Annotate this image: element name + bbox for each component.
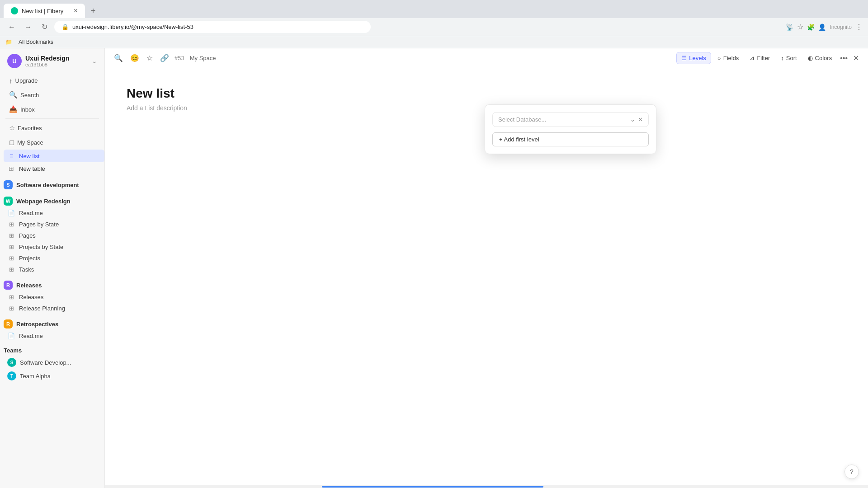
scroll-thumb [322,486,543,488]
star-toolbar-icon[interactable]: ☆ [145,52,155,64]
add-level-label: + Add first level [499,136,539,143]
inbox-button[interactable]: 📥 Inbox [4,102,101,117]
bookmarks-bar: 📁 All Bookmarks [0,36,868,48]
teams-section-header[interactable]: Teams [0,343,104,356]
doc-icon: 📄 [7,210,15,216]
link-toolbar-icon[interactable]: 🔗 [158,52,171,64]
back-button[interactable]: ← [5,23,18,31]
sort-button[interactable]: ↕ Sort [776,52,801,64]
browser-chrome: New list | Fibery × + ← → ↻ 🔒 uxui-redes… [0,0,868,48]
table-icon-4: ⊞ [7,266,15,273]
active-tab[interactable]: New list | Fibery × [4,4,85,18]
levels-popup: Select Database... ⌄ ✕ + Add first level [485,104,656,154]
sidebar-item-tasks[interactable]: ⊞ Tasks [4,264,104,275]
tab-favicon [11,7,18,14]
toolbar: 🔍 😊 ☆ 🔗 #53 My Space ☰ Levels ○ Fields [105,48,868,68]
team-software-develop[interactable]: S Software Develop... [0,356,104,369]
sidebar-item-new-table[interactable]: ⊞ New table [4,162,104,175]
profile-icon[interactable]: 👤 [818,23,826,31]
database-select[interactable]: Select Database... ⌄ ✕ [492,112,649,127]
cast-icon: 📡 [786,23,793,31]
fields-icon: ○ [717,55,721,61]
webpage-redesign-icon: W [4,197,13,206]
space-releases[interactable]: R Releases [0,277,104,291]
bookmark-star-icon[interactable]: ☆ [797,23,803,31]
retrospectives-icon: R [4,319,13,328]
table-icon: ⊞ [7,165,15,172]
bottom-scrollbar[interactable] [105,485,868,488]
star-icon: ☆ [9,124,15,132]
team-alpha[interactable]: T Team Alpha [0,369,104,383]
sidebar-item-pages[interactable]: ⊞ Pages [4,230,104,241]
inbox-icon: 📥 [9,105,18,113]
workspace-header[interactable]: U Uxui Redesign ea131bb8 ⌄ [0,48,104,74]
levels-button[interactable]: ☰ Levels [676,52,711,64]
search-icon: 🔍 [9,91,18,99]
page-title: New list [127,86,846,101]
tab-bar: New list | Fibery × + [0,0,868,18]
levels-icon: ☰ [681,55,687,61]
popup-select-icons: ⌄ ✕ [630,116,643,123]
sidebar-item-projects[interactable]: ⊞ Projects [4,253,104,264]
space-software-dev[interactable]: S Software development [0,177,104,191]
sidebar-item-release-planning[interactable]: ⊞ Release Planning [4,303,104,314]
forward-button[interactable]: → [22,23,34,31]
popup-close-icon[interactable]: ✕ [638,116,643,123]
help-button[interactable]: ? [844,465,859,479]
board-icon-2: ⊞ [7,244,15,250]
releases-items: ⊞ Releases ⊞ Release Planning [0,291,104,314]
workspace-subtitle: ea131bb8 [25,62,92,67]
space-webpage-redesign[interactable]: W Webpage Redesign [0,193,104,207]
sidebar-item-retro-readme[interactable]: 📄 Read.me [4,330,104,342]
add-first-level-button[interactable]: + Add first level [492,132,649,146]
filter-button[interactable]: ⊿ Filter [745,52,774,64]
toolbar-right: ☰ Levels ○ Fields ⊿ Filter ↕ Sort ◐ Co [676,52,861,64]
more-options-icon[interactable]: ••• [838,52,849,64]
sidebar: U Uxui Redesign ea131bb8 ⌄ ↑ Upgrade 🔍 S… [0,48,105,488]
space-retrospectives[interactable]: R Retrospectives [0,316,104,330]
url-text: uxui-redesign.fibery.io/@my-space/New-li… [72,23,193,30]
colors-button[interactable]: ◐ Colors [803,52,837,64]
refresh-button[interactable]: ↻ [38,23,51,31]
global-actions: ↑ Upgrade 🔍 Search 📥 Inbox [0,74,104,117]
new-tab-button[interactable]: + [87,5,99,17]
page-content: New list Add a List description Select D… [105,68,868,485]
search-toolbar-icon[interactable]: 🔍 [112,52,125,64]
sidebar-item-projects-by-state[interactable]: ⊞ Projects by State [4,241,104,253]
webpage-redesign-items: 📄 Read.me ⊞ Pages by State ⊞ Pages ⊞ Pro… [0,207,104,275]
sidebar-item-releases[interactable]: ⊞ Releases [4,291,104,303]
address-bar: ← → ↻ 🔒 uxui-redesign.fibery.io/@my-spac… [0,18,868,36]
colors-icon: ◐ [808,55,813,61]
sidebar-item-pages-by-state[interactable]: ⊞ Pages by State [4,219,104,230]
upgrade-icon: ↑ [9,77,13,84]
database-select-text: Select Database... [498,116,630,123]
retrospectives-items: 📄 Read.me [0,330,104,342]
sidebar-item-readme[interactable]: 📄 Read.me [4,207,104,219]
bookmark-folder-icon: 📁 [5,39,12,45]
my-space-button[interactable]: ◻ My Space [4,135,101,150]
close-tab-button[interactable]: × [74,7,78,14]
doc-icon-2: 📄 [7,333,15,339]
board-icon-3: ⊞ [7,305,15,312]
workspace-chevron-icon: ⌄ [92,57,97,65]
url-bar[interactable]: 🔒 uxui-redesign.fibery.io/@my-space/New-… [54,21,371,33]
search-button[interactable]: 🔍 Search [4,88,101,102]
id-badge: #53 [175,55,184,61]
incognito-label: Incognito [830,24,852,30]
menu-icon[interactable]: ⋮ [855,23,863,31]
close-view-icon[interactable]: ✕ [851,52,861,64]
workspace-name: Uxui Redesign [25,55,92,62]
all-bookmarks-link[interactable]: All Bookmarks [16,38,56,46]
fields-button[interactable]: ○ Fields [713,52,744,64]
releases-icon: R [4,281,13,290]
emoji-toolbar-icon[interactable]: 😊 [128,52,141,64]
favorites-button[interactable]: ☆ Favorites [4,121,101,135]
lock-icon: 🔒 [61,23,69,30]
sidebar-item-new-list[interactable]: ≡ New list [4,150,104,162]
upgrade-button[interactable]: ↑ Upgrade [4,74,101,88]
table-icon-5: ⊞ [7,294,15,300]
board-icon-1: ⊞ [7,221,15,228]
breadcrumb-my-space[interactable]: My Space [190,55,216,61]
teams-label: Teams [4,347,22,354]
team-alpha-avatar: T [7,371,16,380]
